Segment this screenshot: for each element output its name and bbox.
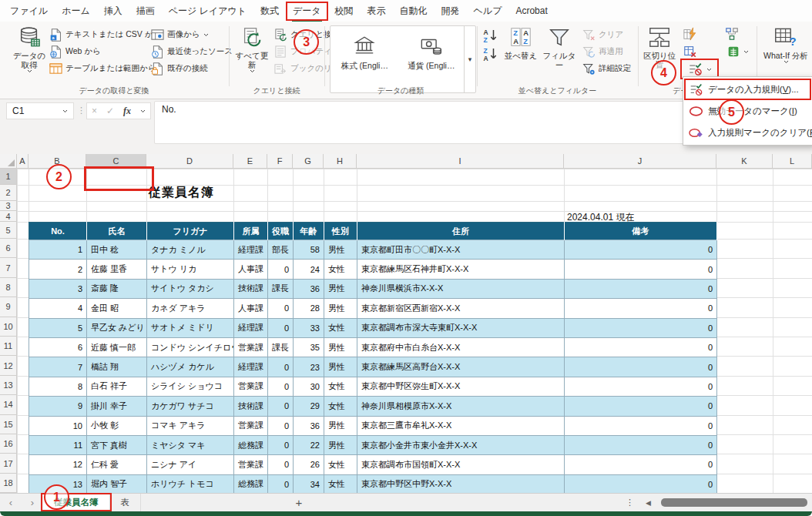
table-cell[interactable]: 0 (565, 357, 717, 377)
add-sheet-button[interactable]: + (289, 494, 309, 511)
table-cell[interactable]: 人事課 (234, 260, 268, 279)
name-box[interactable]: C1 (6, 102, 74, 119)
table-cell[interactable]: 58 (294, 240, 324, 260)
column-header-L[interactable]: L (773, 154, 812, 169)
table-cell[interactable]: 9 (29, 397, 87, 416)
table-cell[interactable]: 技術課 (234, 279, 268, 298)
table-cell[interactable]: 男性 (324, 435, 357, 454)
table-cell[interactable]: 営業課 (234, 416, 268, 435)
ribbon-tab-数式[interactable]: 数式 (258, 0, 281, 22)
validation-menu-item-1[interactable]: データの入力規則(V)... (683, 79, 812, 100)
table-cell[interactable]: 田中 稔 (87, 240, 147, 260)
column-header-E[interactable]: E (233, 154, 267, 169)
table-cell[interactable]: 課長 (268, 279, 294, 298)
table-cell[interactable]: サイトウ タカシ (147, 279, 234, 298)
table-cell[interactable]: 0 (268, 397, 294, 416)
from-text-csv-button[interactable]: a テキストまたは CSV から (49, 27, 161, 42)
row-header-7[interactable]: 7 (0, 258, 17, 277)
table-cell[interactable]: 0 (565, 299, 717, 318)
table-cell[interactable]: 総務課 (234, 435, 268, 454)
column-header-H[interactable]: H (324, 154, 357, 169)
enter-icon[interactable]: ✓ (106, 106, 114, 116)
properties-button[interactable]: プロパティ (274, 44, 332, 59)
table-cell[interactable]: 東京都府中市白糸台X-X-X (357, 337, 565, 357)
column-header-B[interactable]: B (29, 154, 86, 169)
row-header-4[interactable]: 4 (0, 211, 17, 222)
table-header-cell[interactable]: 所属 (234, 223, 268, 240)
table-cell[interactable]: 佐藤 里香 (87, 260, 147, 279)
table-cell[interactable]: 0 (268, 318, 294, 337)
validation-menu-item-2[interactable]: 無効データのマーク(I) (683, 100, 812, 122)
worksheet-area[interactable]: 従業員名簿 2024.04.01 現在 No.氏名フリガナ所属役職年齢性別住所備… (0, 154, 812, 493)
table-cell[interactable]: 0 (565, 240, 717, 260)
row-header-2[interactable]: 2 (0, 185, 17, 201)
table-cell[interactable]: 0 (565, 260, 717, 279)
table-cell[interactable]: 0 (268, 435, 294, 454)
table-cell[interactable]: 0 (565, 416, 717, 435)
table-cell[interactable]: 堀内 智子 (87, 474, 147, 493)
table-cell[interactable]: 33 (294, 318, 324, 337)
table-cell[interactable]: サトウ リカ (147, 260, 234, 279)
column-header-D[interactable]: D (146, 154, 233, 169)
what-if-analysis-button[interactable]: ? What-If 分析 (763, 23, 809, 64)
row-header-11[interactable]: 11 (0, 337, 17, 356)
table-cell[interactable]: 女性 (324, 318, 357, 337)
table-cell[interactable]: 男性 (324, 299, 357, 318)
table-cell[interactable]: 0 (565, 318, 717, 337)
advanced-filter-button[interactable]: 詳細設定 (582, 61, 631, 76)
row-header-13[interactable]: 13 (0, 376, 17, 395)
table-cell[interactable]: 0 (565, 455, 717, 474)
currency-data-type[interactable]: 通貨 (Engli… (399, 28, 465, 91)
table-cell[interactable]: 36 (294, 279, 324, 298)
table-cell[interactable]: 0 (268, 377, 294, 396)
table-cell[interactable]: 営業課 (234, 377, 268, 396)
table-cell[interactable]: 2 (29, 260, 87, 279)
remove-duplicates-button[interactable] (683, 44, 698, 59)
from-table-range-button[interactable]: テーブルまたは範囲から (49, 61, 156, 76)
table-cell[interactable]: 男性 (324, 240, 357, 260)
table-cell[interactable]: 仁科 愛 (87, 455, 147, 474)
table-cell[interactable]: 東京都練馬区高野台X-X-X (357, 357, 565, 377)
table-cell[interactable]: 課長 (268, 337, 294, 357)
table-cell[interactable]: 東京都小金井市東小金井X-X-X (357, 435, 565, 454)
table-cell[interactable]: 男性 (324, 279, 357, 298)
table-cell[interactable]: 0 (565, 435, 717, 454)
table-cell[interactable]: 5 (29, 318, 87, 337)
ribbon-tab-描画[interactable]: 描画 (134, 0, 157, 22)
table-cell[interactable]: 女性 (324, 474, 357, 493)
row-header-3[interactable]: 3 (0, 201, 17, 211)
table-cell[interactable]: サオトメ ミドリ (147, 318, 234, 337)
select-all-corner[interactable] (0, 154, 17, 169)
table-cell[interactable]: 神奈川県相模原市X-X-X (357, 397, 565, 416)
table-cell[interactable]: 0 (565, 377, 717, 396)
ribbon-tab-ページ レイアウト[interactable]: ページ レイアウト (166, 0, 249, 22)
table-cell[interactable]: 34 (294, 474, 324, 493)
table-cell[interactable]: 人事課 (234, 299, 268, 318)
table-cell[interactable]: 近藤 慎一郎 (87, 337, 147, 357)
table-cell[interactable]: 男性 (324, 357, 357, 377)
table-cell[interactable]: 橋詰 翔 (87, 357, 147, 377)
sort-button[interactable]: ZAAZ 並べ替え (502, 23, 539, 60)
from-image-button[interactable]: 画像から (151, 27, 209, 42)
table-cell[interactable]: 0 (565, 337, 717, 357)
table-cell[interactable]: タナカ ミノル (147, 240, 234, 260)
table-cell[interactable]: 13 (29, 474, 87, 493)
table-cell[interactable]: 部長 (268, 240, 294, 260)
column-header-C[interactable]: C (86, 154, 146, 169)
table-cell[interactable]: 6 (29, 337, 87, 357)
column-header-K[interactable]: K (716, 154, 773, 169)
table-cell[interactable]: 女性 (324, 455, 357, 474)
table-cell[interactable]: 女性 (324, 377, 357, 396)
table-cell[interactable]: 経理課 (234, 357, 268, 377)
ribbon-tab-表示[interactable]: 表示 (365, 0, 388, 22)
table-cell[interactable]: 金田 昭 (87, 299, 147, 318)
table-cell[interactable]: 宮下 真樹 (87, 435, 147, 454)
table-header-cell[interactable]: 備考 (565, 223, 717, 240)
table-cell[interactable]: 東京都町田市〇〇町X-X-X (357, 240, 565, 260)
table-cell[interactable]: 総務課 (234, 474, 268, 493)
row-header-1[interactable]: 1 (0, 169, 17, 185)
row-header-15[interactable]: 15 (0, 415, 17, 434)
row-header-14[interactable]: 14 (0, 395, 17, 414)
table-cell[interactable]: 小牧 彰 (87, 416, 147, 435)
consolidate-button[interactable] (724, 26, 740, 42)
